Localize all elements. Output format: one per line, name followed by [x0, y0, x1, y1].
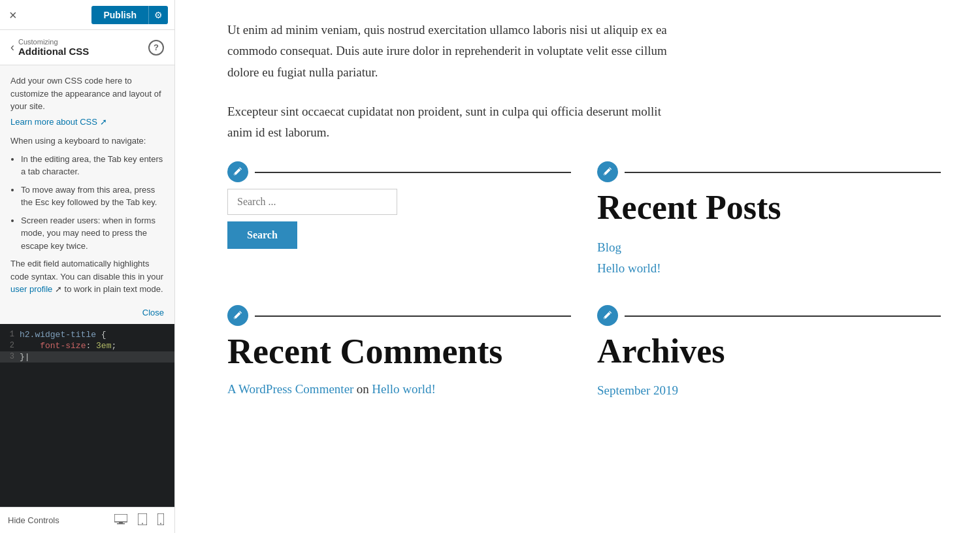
search-edit-icon[interactable]	[227, 161, 248, 182]
publish-button[interactable]: Publish	[91, 6, 148, 24]
preview-paragraph-2: Excepteur sint occaecat cupidatat non pr…	[227, 101, 685, 144]
customizing-titles: Customizing Additional CSS	[18, 38, 148, 57]
help-button[interactable]: ?	[148, 40, 164, 56]
code-line-3: 3 }|	[0, 351, 174, 363]
archives-links: September 2019	[597, 380, 941, 401]
code-editor[interactable]: 1 h2.widget-title { 2 font-size: 3em; 3 …	[0, 324, 174, 508]
recent-comment-on: on	[357, 382, 369, 396]
archives-title: Archives	[597, 332, 941, 370]
customizing-label: Customizing	[18, 38, 148, 46]
svg-point-4	[142, 523, 143, 524]
recent-posts-widget: Recent Posts Blog Hello world!	[597, 161, 941, 279]
svg-rect-2	[117, 523, 125, 525]
keyboard-tip-3: Screen reader users: when in forms mode,…	[21, 214, 164, 253]
back-button[interactable]: ‹	[10, 40, 18, 54]
svg-rect-1	[119, 522, 123, 523]
hide-controls-button[interactable]: Hide Controls	[8, 515, 59, 525]
recent-comments-edit-icon[interactable]	[227, 305, 248, 326]
mobile-view-button[interactable]	[155, 512, 167, 529]
line-content-3: }|	[20, 352, 30, 362]
search-button[interactable]: Search	[227, 221, 297, 249]
top-bar: × Publish ⚙	[0, 0, 174, 30]
archives-edit-icon[interactable]	[597, 305, 618, 326]
user-profile-link[interactable]: user profile	[10, 284, 52, 294]
preview-area: Ut enim ad minim veniam, quis nostrud ex…	[175, 0, 980, 533]
search-widget: Search	[227, 161, 571, 279]
close-link[interactable]: Close	[0, 308, 174, 324]
svg-point-6	[160, 523, 161, 524]
publish-area: Publish ⚙	[91, 6, 168, 24]
recent-comment-author-link[interactable]: A WordPress Commenter	[227, 382, 353, 396]
desktop-view-button[interactable]	[112, 512, 130, 529]
recent-post-link-1[interactable]: Blog	[597, 237, 941, 258]
recent-comments-title: Recent Comments	[227, 332, 571, 371]
line-content-1: h2.widget-title {	[20, 330, 106, 340]
keyboard-tip-1: In the editing area, the Tab key enters …	[21, 153, 164, 178]
recent-comment-item: A WordPress Commenter on Hello world!	[227, 382, 571, 396]
recent-posts-title-line	[625, 172, 941, 173]
description-area: Add your own CSS code here to customize …	[0, 65, 174, 308]
recent-posts-title: Recent Posts	[597, 189, 941, 226]
archives-widget: Archives September 2019	[597, 305, 941, 401]
search-title-line	[255, 172, 571, 173]
tablet-view-button[interactable]	[135, 512, 150, 529]
device-icons	[112, 512, 167, 529]
keyboard-tip-2: To move away from this area, press the E…	[21, 184, 164, 209]
learn-css-link[interactable]: Learn more about CSS ➚	[10, 117, 107, 127]
keyboard-tips: In the editing area, the Tab key enters …	[21, 153, 164, 253]
code-line-1: 1 h2.widget-title {	[0, 329, 174, 340]
widgets-row: Search Recent Posts Blog Hello world!	[227, 161, 941, 401]
recent-comments-title-wrapper	[227, 305, 571, 326]
description-text: Add your own CSS code here to customize …	[10, 74, 164, 113]
recent-comments-title-line	[255, 315, 571, 317]
recent-posts-links: Blog Hello world!	[597, 237, 941, 280]
code-line-2: 2 font-size: 3em;	[0, 340, 174, 351]
left-panel: × Publish ⚙ ‹ Customizing Additional CSS…	[0, 0, 175, 533]
search-input[interactable]	[227, 189, 397, 215]
keyboard-heading: When using a keyboard to navigate:	[10, 135, 164, 148]
recent-post-link-2[interactable]: Hello world!	[597, 258, 941, 279]
line-number-2: 2	[0, 341, 20, 350]
bottom-bar: Hide Controls	[0, 507, 174, 533]
recent-posts-title-wrapper	[597, 161, 941, 182]
archives-link-1[interactable]: September 2019	[597, 380, 941, 401]
recent-comment-post-link[interactable]: Hello world!	[372, 382, 436, 396]
line-number-1: 1	[0, 330, 20, 339]
search-title-wrapper	[227, 161, 571, 182]
customizing-header: ‹ Customizing Additional CSS ?	[0, 30, 174, 65]
line-content-2: font-size: 3em;	[20, 341, 116, 351]
recent-posts-edit-icon[interactable]	[597, 161, 618, 182]
edit-note: The edit field automatically highlights …	[10, 257, 164, 296]
svg-rect-0	[114, 514, 127, 522]
archives-title-wrapper	[597, 305, 941, 326]
preview-paragraph-1: Ut enim ad minim veniam, quis nostrud ex…	[227, 20, 685, 83]
recent-comments-widget: Recent Comments A WordPress Commenter on…	[227, 305, 571, 401]
customizing-subtitle: Additional CSS	[18, 46, 148, 57]
archives-title-line	[625, 315, 941, 317]
close-customizer-button[interactable]: ×	[7, 6, 20, 24]
publish-gear-button[interactable]: ⚙	[148, 6, 168, 24]
line-number-3: 3	[0, 352, 20, 361]
